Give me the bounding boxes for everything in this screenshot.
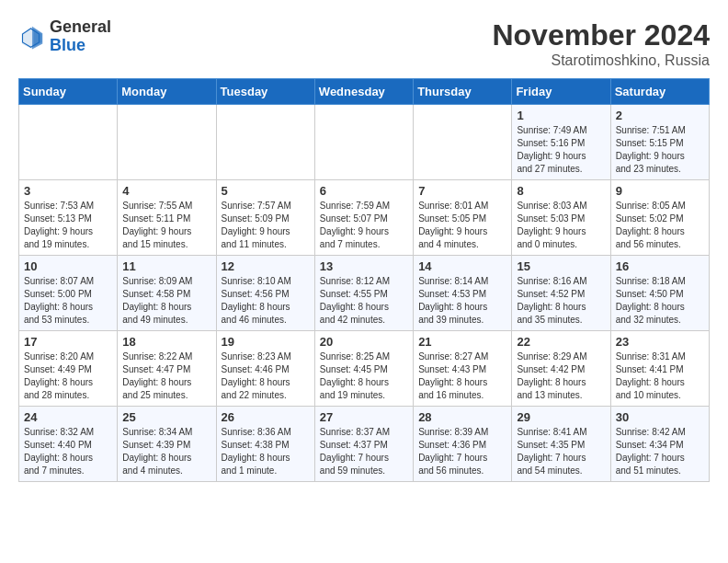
calendar-week-3: 10Sunrise: 8:07 AM Sunset: 5:00 PM Dayli… (19, 256, 710, 331)
day-info: Sunrise: 8:29 AM Sunset: 4:42 PM Dayligh… (517, 350, 605, 402)
day-info: Sunrise: 8:36 AM Sunset: 4:38 PM Dayligh… (222, 426, 310, 477)
day-number: 21 (418, 335, 506, 349)
day-info: Sunrise: 7:55 AM Sunset: 5:11 PM Dayligh… (122, 200, 210, 251)
calendar-cell: 3Sunrise: 7:53 AM Sunset: 5:13 PM Daylig… (19, 180, 118, 256)
calendar-cell: 15Sunrise: 8:16 AM Sunset: 4:52 PM Dayli… (512, 256, 610, 331)
calendar-cell: 22Sunrise: 8:29 AM Sunset: 4:42 PM Dayli… (512, 331, 610, 407)
day-info: Sunrise: 8:27 AM Sunset: 4:43 PM Dayligh… (418, 350, 506, 402)
day-number: 3 (24, 184, 112, 198)
day-info: Sunrise: 8:14 AM Sunset: 4:53 PM Dayligh… (418, 275, 506, 327)
calendar-cell: 4Sunrise: 7:55 AM Sunset: 5:11 PM Daylig… (118, 180, 216, 256)
day-info: Sunrise: 8:10 AM Sunset: 4:56 PM Dayligh… (222, 275, 310, 327)
calendar-cell: 16Sunrise: 8:18 AM Sunset: 4:50 PM Dayli… (610, 256, 709, 331)
day-info: Sunrise: 8:09 AM Sunset: 4:58 PM Dayligh… (122, 275, 210, 327)
day-number: 30 (616, 410, 704, 424)
day-number: 14 (418, 259, 506, 273)
day-number: 1 (517, 109, 605, 122)
calendar-cell: 19Sunrise: 8:23 AM Sunset: 4:46 PM Dayli… (216, 331, 314, 407)
calendar-cell: 10Sunrise: 8:07 AM Sunset: 5:00 PM Dayli… (19, 256, 118, 331)
calendar-cell: 13Sunrise: 8:12 AM Sunset: 4:55 PM Dayli… (314, 256, 413, 331)
day-header-saturday: Saturday (610, 79, 709, 105)
calendar-cell: 23Sunrise: 8:31 AM Sunset: 4:41 PM Dayli… (610, 331, 709, 407)
logo-icon (18, 23, 46, 51)
day-header-sunday: Sunday (19, 79, 118, 105)
day-info: Sunrise: 7:51 AM Sunset: 5:15 PM Dayligh… (616, 124, 704, 176)
day-info: Sunrise: 8:22 AM Sunset: 4:47 PM Dayligh… (122, 350, 210, 402)
calendar-cell (314, 105, 413, 180)
calendar-cell (216, 105, 314, 180)
day-number: 17 (24, 335, 112, 349)
calendar-cell: 8Sunrise: 8:03 AM Sunset: 5:03 PM Daylig… (512, 180, 610, 256)
day-info: Sunrise: 8:34 AM Sunset: 4:39 PM Dayligh… (122, 426, 210, 477)
calendar-cell: 14Sunrise: 8:14 AM Sunset: 4:53 PM Dayli… (414, 256, 512, 331)
day-number: 26 (222, 410, 310, 424)
day-number: 23 (616, 335, 704, 349)
day-number: 22 (517, 335, 605, 349)
calendar-cell: 29Sunrise: 8:41 AM Sunset: 4:35 PM Dayli… (512, 407, 610, 482)
day-info: Sunrise: 8:39 AM Sunset: 4:36 PM Dayligh… (418, 426, 506, 477)
day-info: Sunrise: 8:32 AM Sunset: 4:40 PM Dayligh… (24, 426, 112, 477)
day-number: 29 (517, 410, 605, 424)
calendar-week-5: 24Sunrise: 8:32 AM Sunset: 4:40 PM Dayli… (19, 407, 710, 482)
day-info: Sunrise: 7:57 AM Sunset: 5:09 PM Dayligh… (222, 200, 310, 251)
day-number: 16 (616, 259, 704, 273)
calendar-week-4: 17Sunrise: 8:20 AM Sunset: 4:49 PM Dayli… (19, 331, 710, 407)
calendar-cell: 9Sunrise: 8:05 AM Sunset: 5:02 PM Daylig… (610, 180, 709, 256)
day-info: Sunrise: 8:05 AM Sunset: 5:02 PM Dayligh… (616, 200, 704, 251)
calendar-week-2: 3Sunrise: 7:53 AM Sunset: 5:13 PM Daylig… (19, 180, 710, 256)
day-info: Sunrise: 8:18 AM Sunset: 4:50 PM Dayligh… (616, 275, 704, 327)
calendar-cell: 27Sunrise: 8:37 AM Sunset: 4:37 PM Dayli… (314, 407, 413, 482)
day-number: 4 (122, 184, 210, 198)
logo-text: General Blue (50, 18, 111, 55)
day-info: Sunrise: 8:41 AM Sunset: 4:35 PM Dayligh… (517, 426, 605, 477)
day-number: 28 (418, 410, 506, 424)
day-info: Sunrise: 8:42 AM Sunset: 4:34 PM Dayligh… (616, 426, 704, 477)
calendar-cell: 6Sunrise: 7:59 AM Sunset: 5:07 PM Daylig… (314, 180, 413, 256)
calendar-cell: 1Sunrise: 7:49 AM Sunset: 5:16 PM Daylig… (512, 105, 610, 180)
day-info: Sunrise: 8:16 AM Sunset: 4:52 PM Dayligh… (517, 275, 605, 327)
calendar-cell: 18Sunrise: 8:22 AM Sunset: 4:47 PM Dayli… (118, 331, 216, 407)
day-info: Sunrise: 7:59 AM Sunset: 5:07 PM Dayligh… (320, 200, 408, 251)
calendar-cell (414, 105, 512, 180)
calendar-cell: 21Sunrise: 8:27 AM Sunset: 4:43 PM Dayli… (414, 331, 512, 407)
calendar-cell: 25Sunrise: 8:34 AM Sunset: 4:39 PM Dayli… (118, 407, 216, 482)
day-info: Sunrise: 7:53 AM Sunset: 5:13 PM Dayligh… (24, 200, 112, 251)
day-info: Sunrise: 8:01 AM Sunset: 5:05 PM Dayligh… (418, 200, 506, 251)
calendar-week-1: 1Sunrise: 7:49 AM Sunset: 5:16 PM Daylig… (19, 105, 710, 180)
day-number: 2 (616, 109, 704, 122)
day-info: Sunrise: 8:20 AM Sunset: 4:49 PM Dayligh… (24, 350, 112, 402)
calendar-cell: 12Sunrise: 8:10 AM Sunset: 4:56 PM Dayli… (216, 256, 314, 331)
day-header-friday: Friday (512, 79, 610, 105)
day-info: Sunrise: 7:49 AM Sunset: 5:16 PM Dayligh… (517, 124, 605, 176)
day-number: 9 (616, 184, 704, 198)
day-info: Sunrise: 8:23 AM Sunset: 4:46 PM Dayligh… (222, 350, 310, 402)
day-number: 19 (222, 335, 310, 349)
day-number: 25 (122, 410, 210, 424)
calendar-cell: 26Sunrise: 8:36 AM Sunset: 4:38 PM Dayli… (216, 407, 314, 482)
day-info: Sunrise: 8:31 AM Sunset: 4:41 PM Dayligh… (616, 350, 704, 402)
calendar-cell: 11Sunrise: 8:09 AM Sunset: 4:58 PM Dayli… (118, 256, 216, 331)
calendar-cell: 5Sunrise: 7:57 AM Sunset: 5:09 PM Daylig… (216, 180, 314, 256)
day-number: 6 (320, 184, 408, 198)
day-info: Sunrise: 8:07 AM Sunset: 5:00 PM Dayligh… (24, 275, 112, 327)
day-info: Sunrise: 8:37 AM Sunset: 4:37 PM Dayligh… (320, 426, 408, 477)
calendar-cell: 17Sunrise: 8:20 AM Sunset: 4:49 PM Dayli… (19, 331, 118, 407)
day-number: 7 (418, 184, 506, 198)
day-number: 12 (222, 259, 310, 273)
day-info: Sunrise: 8:03 AM Sunset: 5:03 PM Dayligh… (517, 200, 605, 251)
day-header-monday: Monday (118, 79, 216, 105)
day-number: 8 (517, 184, 605, 198)
day-info: Sunrise: 8:25 AM Sunset: 4:45 PM Dayligh… (320, 350, 408, 402)
calendar-table: SundayMondayTuesdayWednesdayThursdayFrid… (18, 78, 710, 482)
calendar-cell: 30Sunrise: 8:42 AM Sunset: 4:34 PM Dayli… (610, 407, 709, 482)
month-title: November 2024 (492, 18, 710, 52)
day-header-wednesday: Wednesday (314, 79, 413, 105)
day-header-thursday: Thursday (414, 79, 512, 105)
day-number: 15 (517, 259, 605, 273)
day-number: 13 (320, 259, 408, 273)
page-header: General Blue November 2024 Starotimoshki… (18, 18, 710, 69)
day-number: 11 (122, 259, 210, 273)
day-number: 24 (24, 410, 112, 424)
day-number: 27 (320, 410, 408, 424)
calendar-cell: 24Sunrise: 8:32 AM Sunset: 4:40 PM Dayli… (19, 407, 118, 482)
